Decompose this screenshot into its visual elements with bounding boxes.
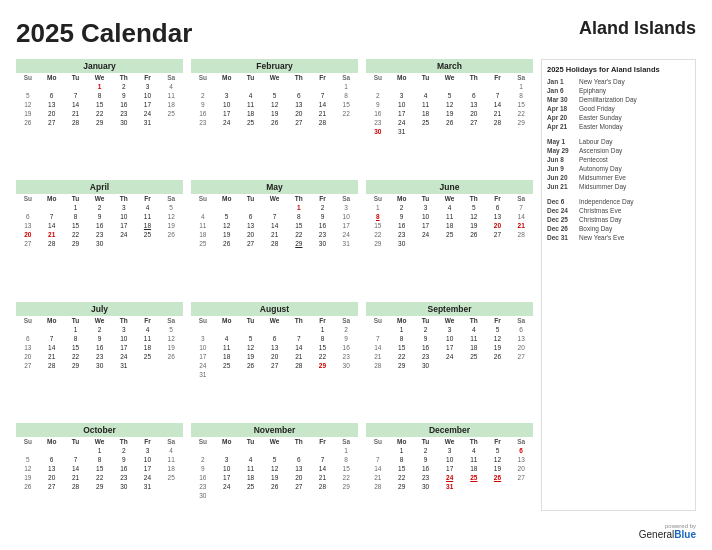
day-cell: 2 [334,325,358,334]
day-cell [390,82,414,91]
day-cell [40,203,64,212]
day-cell: 31 [136,482,160,491]
day-cell: 11 [136,334,160,343]
weekday-header: Su [366,73,390,82]
day-cell: 11 [414,100,438,109]
holiday-name: Easter Sunday [579,114,622,121]
day-cell: 11 [136,212,160,221]
weekday-header: We [262,437,287,446]
day-cell: 10 [414,212,438,221]
day-cell: 10 [215,464,239,473]
day-cell: 8 [334,91,358,100]
day-cell: 10 [191,343,215,352]
day-cell: 21 [509,221,533,230]
weekday-header: Fr [136,316,160,325]
day-cell: 19 [159,343,183,352]
month-header-june: June [366,180,533,194]
day-cell: 11 [462,455,486,464]
day-cell: 19 [215,230,239,239]
day-cell: 17 [112,221,136,230]
day-cell: 16 [87,221,112,230]
day-cell [64,82,88,91]
day-cell: 13 [287,100,311,109]
day-cell: 31 [437,482,462,491]
day-cell: 18 [159,100,183,109]
day-cell: 15 [390,464,414,473]
day-cell: 27 [287,482,311,491]
day-cell: 8 [287,212,311,221]
day-cell: 1 [87,446,112,455]
day-cell: 13 [287,464,311,473]
day-cell: 13 [16,221,40,230]
weekday-header: Su [16,437,40,446]
month-april: AprilSuMoTuWeThFrSa123456789101112131415… [16,180,183,297]
day-cell: 15 [509,100,533,109]
day-cell: 22 [87,109,112,118]
day-cell: 15 [390,343,414,352]
weekday-header: Th [287,73,311,82]
day-cell: 31 [390,127,414,136]
day-cell: 1 [390,325,414,334]
day-cell: 14 [509,212,533,221]
day-cell: 28 [509,230,533,239]
month-table-june: SuMoTuWeThFrSa12345678910111213141516171… [366,194,533,248]
day-cell [509,361,533,370]
day-cell [311,82,335,91]
holiday-name: Ascension Day [579,147,622,154]
weekday-header: Fr [486,437,510,446]
day-cell: 4 [239,91,263,100]
day-cell: 14 [366,343,390,352]
day-cell: 1 [64,203,88,212]
holiday-date: Dec 26 [547,225,575,232]
day-cell [159,118,183,127]
day-cell [262,370,287,379]
weekday-header: Su [16,194,40,203]
day-cell: 12 [262,464,287,473]
day-cell: 20 [16,230,40,239]
day-cell: 20 [16,352,40,361]
day-cell: 29 [390,482,414,491]
day-cell: 23 [191,118,215,127]
day-cell: 6 [239,212,263,221]
day-cell: 28 [486,118,510,127]
day-cell: 20 [262,352,287,361]
day-cell: 25 [136,352,160,361]
day-cell: 17 [191,352,215,361]
day-cell: 27 [16,239,40,248]
day-cell: 25 [414,118,438,127]
day-cell: 1 [64,325,88,334]
day-cell: 3 [112,325,136,334]
day-cell: 27 [16,361,40,370]
weekday-header: Tu [64,73,88,82]
day-cell: 18 [191,230,215,239]
day-cell: 26 [462,230,486,239]
holiday-item: May 1Labour Day [547,138,690,145]
day-cell: 27 [40,118,64,127]
day-cell: 12 [486,455,510,464]
day-cell: 26 [16,482,40,491]
day-cell: 29 [311,361,335,370]
weekday-header: Tu [414,316,438,325]
day-cell: 6 [462,91,486,100]
day-cell: 30 [390,239,414,248]
day-cell: 12 [16,464,40,473]
day-cell: 9 [87,212,112,221]
day-cell [40,325,64,334]
day-cell: 6 [16,212,40,221]
day-cell [509,127,533,136]
weekday-header: Th [462,437,486,446]
day-cell: 27 [239,239,263,248]
day-cell [486,482,510,491]
day-cell: 19 [486,343,510,352]
day-cell: 25 [159,473,183,482]
day-cell: 12 [159,334,183,343]
day-cell: 21 [262,230,287,239]
day-cell: 1 [287,203,311,212]
weekday-header: Th [287,316,311,325]
month-table-december: SuMoTuWeThFrSa12345678910111213141516171… [366,437,533,491]
day-cell: 2 [87,325,112,334]
holiday-item: Dec 25Christmas Day [547,216,690,223]
day-cell: 17 [414,221,438,230]
day-cell [287,446,311,455]
day-cell: 20 [287,109,311,118]
